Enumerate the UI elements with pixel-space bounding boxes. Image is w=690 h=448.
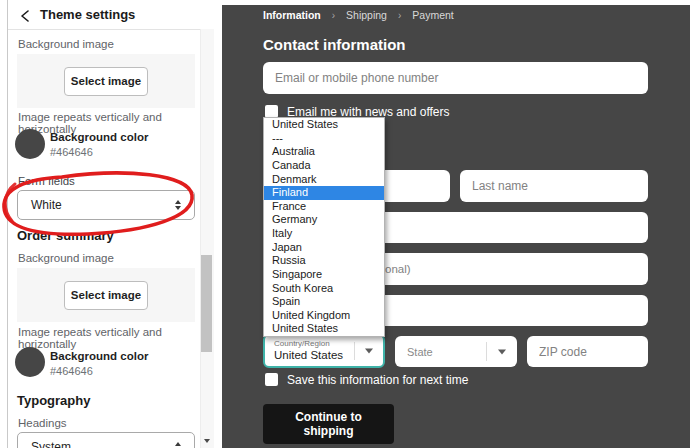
dropdown-option[interactable]: Canada [264,159,384,173]
dropdown-option[interactable]: Japan [264,241,384,255]
breadcrumb-shipping[interactable]: Shipping [346,9,387,21]
chevron-right-icon: › [332,10,335,21]
state-placeholder: State [407,346,433,358]
select-updown-icon [175,200,181,210]
sidebar-scrollbar-track[interactable] [200,29,214,448]
form-fields-label: Form fields [18,175,75,187]
last-name-input[interactable] [460,170,648,202]
theme-settings-sidebar: Theme settings Background image Select i… [0,0,222,448]
breadcrumb-information[interactable]: Information [263,9,321,21]
dropdown-option[interactable]: Australia [264,145,384,159]
background-image-picker: Select image [17,54,195,108]
chevron-down-icon [365,349,373,354]
country-region-label: Country/Region [274,339,330,348]
sidebar-scrollbar-thumb[interactable] [201,255,212,352]
theme-editor-screen: Theme settings Background image Select i… [0,0,690,448]
chevron-right-icon-2: › [398,10,401,21]
typography-title: Typography [17,393,90,408]
background-color-hex: #464646 [50,146,93,158]
form-fields-select[interactable]: White [17,190,195,220]
image-repeats-text-2: Image repeats vertically and horizontall… [18,326,222,350]
dropdown-option[interactable]: South Korea [264,282,384,296]
zip-code-input[interactable] [527,336,648,367]
headings-label: Headings [18,417,67,429]
select-updown-icon-2 [175,442,181,448]
background-color-hex-2: #464646 [50,365,93,377]
save-info-label: Save this information for next time [287,373,468,387]
headings-value: System [31,440,71,448]
background-color-swatch-2[interactable] [15,347,45,377]
select-image-button[interactable]: Select image [64,67,148,96]
country-region-value: United States [274,349,343,361]
dropdown-option[interactable]: Germany [264,213,384,227]
order-summary-title: Order summary [17,228,114,243]
dropdown-option[interactable]: Spain [264,295,384,309]
order-summary-image-picker: Select image [17,268,195,322]
contact-information-heading: Contact information [263,36,406,53]
email-input[interactable] [263,62,648,94]
dropdown-option-highlighted[interactable]: Finland [264,186,384,200]
dropdown-option[interactable]: United States [264,118,384,132]
continue-to-shipping-button[interactable]: Continue to shipping [263,404,394,444]
state-select[interactable]: State [395,336,517,367]
form-fields-value: White [31,198,62,212]
country-dropdown-list: United States --- Australia Canada Denma… [263,117,385,337]
background-image-label-2: Background image [18,252,114,264]
background-image-label: Background image [18,38,114,50]
save-info-checkbox[interactable] [265,373,278,386]
back-icon[interactable] [20,10,30,20]
select-divider-2 [486,342,487,361]
dropdown-option[interactable]: Denmark [264,173,384,187]
sidebar-title: Theme settings [40,7,135,22]
sidebar-left-border [7,0,8,448]
chevron-down-icon-2 [498,349,506,354]
dropdown-option[interactable]: Russia [264,254,384,268]
dropdown-option[interactable]: Singapore [264,268,384,282]
select-image-button-2[interactable]: Select image [64,281,148,310]
breadcrumb-payment[interactable]: Payment [412,9,453,21]
background-color-label: Background color [50,131,148,143]
dropdown-option[interactable]: Italy [264,227,384,241]
background-color-swatch[interactable] [15,129,45,159]
scrollbar-down-arrow[interactable] [200,434,213,448]
select-divider [354,342,355,360]
dropdown-option[interactable]: --- [264,132,384,146]
sidebar-header: Theme settings [8,0,200,30]
breadcrumb: Information › Shipping › Payment [263,9,454,21]
background-color-label-2: Background color [50,350,148,362]
headings-select[interactable]: System [17,432,195,448]
country-region-select[interactable]: Country/Region United States [263,334,385,368]
dropdown-option[interactable]: United States [264,322,384,336]
dropdown-option[interactable]: United Kingdom [264,309,384,323]
checkout-preview-panel: Information › Shipping › Payment Contact… [222,5,690,448]
dropdown-option[interactable]: France [264,200,384,214]
